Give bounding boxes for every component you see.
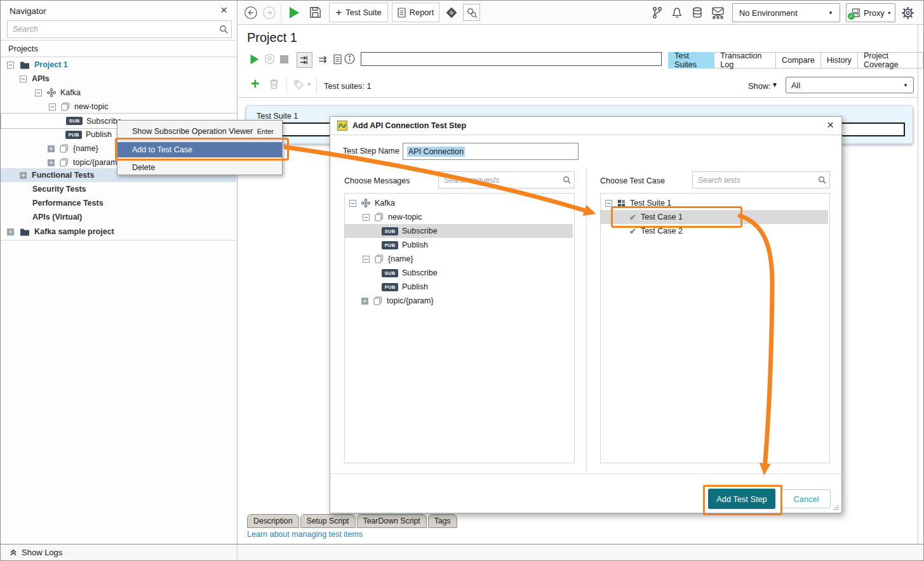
tree-item-kafka[interactable]: − Kafka [1,86,238,100]
tc-tree-test-case-2[interactable]: ✔ Test Case 2 [601,224,828,238]
menu-item-delete[interactable]: Delete [117,160,282,175]
choose-messages-label: Choose Messages [344,176,410,185]
run-parallel-icon[interactable]: ⇉ [317,53,328,65]
test-step-name-input[interactable]: API Connection [403,143,579,160]
collapse-icon[interactable]: − [363,214,370,221]
show-dropdown-icon[interactable]: ▼ [772,81,778,88]
tc-tree-test-case-1[interactable]: ✔ Test Case 1 [601,210,828,224]
tree-item-performance-tests[interactable]: Performance Tests [1,196,238,210]
collapse-icon[interactable]: − [605,200,612,207]
doc-icon[interactable] [333,53,342,65]
delete-suite-icon[interactable] [269,79,279,89]
menu-item-show-viewer[interactable]: Show Subscribe Operation Viewer Enter [117,123,282,140]
msg-tree-subscribe-selected[interactable]: SUB Subscribe [345,224,573,238]
pub-badge: PUB [382,283,398,291]
expand-icon[interactable]: + [361,298,368,305]
run-filter-input[interactable] [361,52,662,66]
menu-item-add-to-test-case[interactable]: Add to Test Case [117,142,282,157]
collapse-icon[interactable]: − [20,76,27,82]
forward-button[interactable] [262,6,276,20]
expand-icon[interactable]: + [48,145,55,152]
info-icon[interactable] [344,53,355,64]
tree-item-apis[interactable]: − APIs [1,72,238,86]
close-icon[interactable]: × [827,118,834,132]
messages-search-input[interactable] [439,176,559,185]
tree-item-new-topic[interactable]: − new-topic [1,100,238,114]
tab-project-coverage[interactable]: Project Coverage [857,52,923,69]
collapse-icon[interactable]: − [35,89,42,96]
resize-grip[interactable] [833,505,839,510]
tree-label: Kafka [60,88,81,97]
navigator-search-input[interactable] [8,25,216,34]
back-button[interactable] [244,6,258,20]
tab-history[interactable]: History [820,52,858,69]
close-icon[interactable]: × [220,3,227,17]
dialog-panel-divider [586,168,587,472]
tests-search-box[interactable] [692,171,830,188]
add-test-suite-button[interactable]: + Test Suite [329,3,388,22]
expand-icon[interactable]: + [7,228,14,235]
navigator-search-box[interactable] [7,20,232,38]
menu-item-shortcut: Enter [257,128,274,135]
git-branch-icon[interactable] [650,6,664,20]
tab-teardown-script[interactable]: TearDown Script [357,514,427,528]
add-test-step-button[interactable]: Add Test Step [708,489,775,509]
tab-description[interactable]: Description [247,514,299,528]
expand-icon[interactable]: + [20,172,27,179]
report-button[interactable]: Report [392,3,439,22]
navigator-divider [1,56,238,57]
tab-setup-script[interactable]: Setup Script [300,514,356,528]
database-icon[interactable] [690,6,704,20]
run-icon[interactable] [288,6,300,20]
environment-select[interactable]: No Environment ▼ [732,3,840,22]
dialog-titlebar[interactable]: Add API Connection Test Step × [330,117,841,135]
msg-tree-publish2[interactable]: PUB Publish [345,280,573,294]
add-suite-icon[interactable]: + [251,76,259,92]
tab-test-suites[interactable]: Test Suites [668,52,714,69]
tab-compare[interactable]: Compare [775,52,821,69]
cancel-button[interactable]: Cancel [782,489,831,508]
run-sequential-icon[interactable] [297,52,312,68]
diamond-icon[interactable] [445,6,459,20]
msg-tree-topic-param[interactable]: + topic/{param} [345,294,573,308]
show-logs-button[interactable]: Show Logs [10,548,62,557]
chevron-down-icon: ▼ [828,10,833,16]
api-discovery-icon[interactable] [463,4,480,21]
tree-item-security-tests[interactable]: Security Tests [1,182,238,196]
messages-search-box[interactable] [438,171,575,188]
tag-dropdown-icon[interactable]: ▾ [307,81,311,88]
collapse-icon[interactable]: − [7,62,14,69]
settings-gear-icon[interactable] [901,6,914,20]
report-label: Report [410,8,434,17]
tab-tags[interactable]: Tags [428,514,457,528]
msg-tree-kafka[interactable]: − Kafka [345,196,573,210]
virt-monitor-icon[interactable] [710,5,725,20]
notifications-bell-icon[interactable] [670,6,684,20]
run-project-icon[interactable] [248,53,260,65]
folder-icon [20,228,30,236]
tc-tree-test-suite-1[interactable]: − Test Suite 1 [601,196,828,210]
learn-link[interactable]: Learn about managing test items [247,530,363,539]
collapse-icon[interactable]: − [363,256,370,263]
save-icon[interactable] [309,6,321,18]
msg-tree-publish[interactable]: PUB Publish [345,238,573,252]
tree-label: new-topic [388,213,422,221]
tests-search-input[interactable] [693,176,814,185]
collapse-icon[interactable]: − [349,200,356,207]
debug-run-icon[interactable] [264,53,275,65]
tree-label: Performance Tests [32,199,104,208]
show-filter-select[interactable]: All ▼ [786,77,914,93]
expand-icon[interactable]: + [48,159,55,166]
tree-label: Publish [402,282,428,291]
msg-tree-new-topic[interactable]: − new-topic [345,210,573,224]
collapse-icon[interactable]: − [49,103,56,110]
tag-icon[interactable] [293,79,304,90]
tree-item-apis-virtual[interactable]: APIs (Virtual) [1,210,238,224]
proxy-button[interactable]: ✓ Proxy ▼ [846,3,895,22]
stop-icon[interactable] [280,55,288,63]
msg-tree-subscribe2[interactable]: SUB Subscribe [345,266,573,280]
tree-item-kafka-sample-project[interactable]: + Kafka sample project [1,225,238,239]
tab-transaction-log[interactable]: Transaction Log [714,52,776,69]
tree-item-project1[interactable]: − Project 1 [1,58,238,72]
msg-tree-name-topic[interactable]: − {name} [345,252,573,266]
